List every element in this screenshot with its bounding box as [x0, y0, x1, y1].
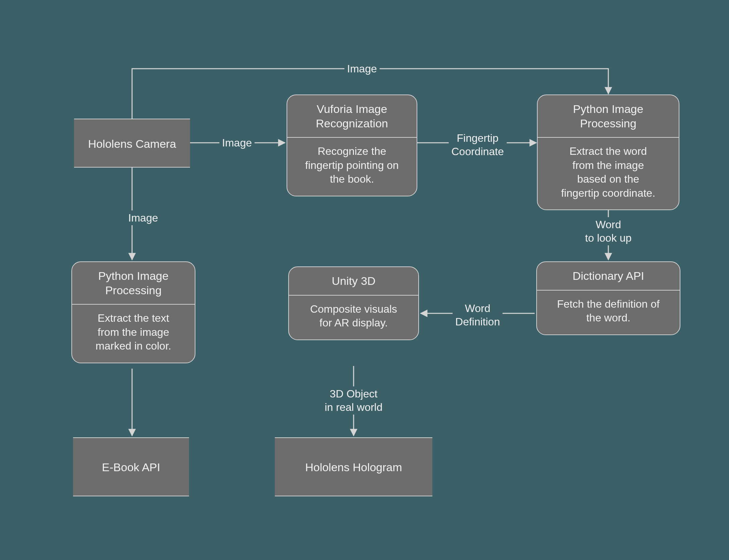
node-desc: Fetch the definition of the word.	[537, 291, 680, 334]
edge-label-cam-to-py-left: Image	[126, 210, 161, 225]
diagram-canvas: Hololens Camera Vuforia Image Recognizat…	[0, 0, 729, 560]
node-title: Python Image Processing	[538, 95, 679, 137]
node-python-processing-left: Python Image Processing Extract the text…	[71, 261, 195, 363]
node-desc: Extract the text from the image marked i…	[72, 305, 195, 363]
node-dictionary-api: Dictionary API Fetch the definition of t…	[536, 261, 680, 335]
node-title: Dictionary API	[537, 262, 680, 290]
node-title: Python Image Processing	[72, 262, 195, 304]
node-title: Unity 3D	[289, 267, 418, 295]
edge-label-cam-to-vuforia: Image	[220, 135, 255, 150]
node-hololens-camera: Hololens Camera	[74, 119, 190, 168]
edge-label-py-right-to-dict: Word to look up	[583, 217, 634, 245]
node-desc: Composite visuals for AR display.	[289, 296, 418, 339]
edge-label-vuforia-to-py-right: Fingertip Coordinate	[449, 131, 507, 159]
node-title: E-Book API	[73, 438, 189, 497]
node-ebook-api: E-Book API	[73, 437, 189, 496]
node-title: Vuforia Image Recognization	[287, 95, 417, 137]
node-hololens-hologram: Hololens Hologram	[275, 437, 432, 496]
node-desc: Extract the word from the image based on…	[538, 138, 679, 209]
node-desc: Recognize the fingertip pointing on the …	[287, 138, 417, 196]
node-unity-3d: Unity 3D Composite visuals for AR displa…	[288, 266, 419, 340]
edge-label-unity-to-hologram: 3D Object in real world	[322, 386, 385, 415]
edge-label-dict-to-unity: Word Definition	[452, 301, 502, 329]
edge-label-cam-to-py-right-top: Image	[345, 61, 380, 76]
node-title: Hololens Hologram	[275, 438, 432, 497]
node-python-processing-right: Python Image Processing Extract the word…	[537, 95, 679, 210]
node-vuforia: Vuforia Image Recognization Recognize th…	[287, 95, 417, 196]
node-title: Hololens Camera	[74, 119, 190, 169]
